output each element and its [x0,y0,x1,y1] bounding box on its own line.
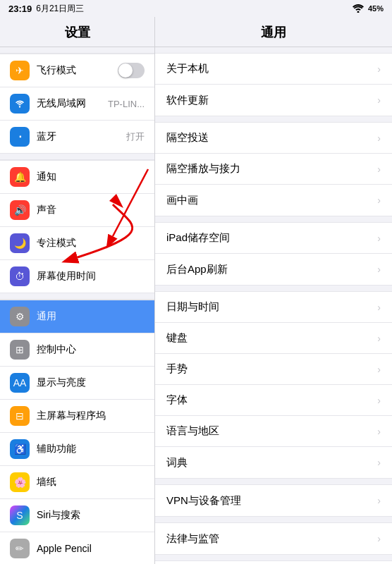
datetime-label: 日期与时间 [166,300,372,314]
sidebar-item-notify[interactable]: 🔔 通知 [0,160,154,194]
gesture-label: 手势 [166,362,372,376]
focus-icon: 🌙 [10,233,30,253]
sidebar-item-display-label: 显示与亮度 [37,376,145,389]
main-row-bg-app[interactable]: 后台App刷新 › [155,254,392,285]
legal-label: 法律与监管 [166,532,372,546]
sidebar-item-bluetooth[interactable]: ‧ 蓝牙 打开 [0,121,154,154]
sidebar-item-notify-label: 通知 [37,171,145,183]
sidebar-item-wallpaper[interactable]: 🌸 墙纸 [0,466,154,499]
main-section-storage: iPad储存空间 › 后台App刷新 › [155,222,392,286]
screen-time-icon: ⏱ [10,266,30,286]
sidebar-connectivity-group: ✈ 飞行模式 无线局域网 TP-LIN... ‧ 蓝牙 打开 [0,53,154,154]
chevron-icon: › [377,195,381,206]
main-row-about[interactable]: 关于本机 › [155,54,392,85]
sidebar-item-focus-label: 专注模式 [37,237,145,250]
sidebar-item-general-label: 通用 [37,310,145,323]
sidebar-item-wifi-label: 无线局域网 [37,97,105,110]
sidebar-item-pencil-label: Apple Pencil [37,543,145,554]
bluetooth-value: 打开 [126,130,145,143]
sidebar-item-airplane[interactable]: ✈ 飞行模式 [0,54,154,87]
sidebar-item-pencil[interactable]: ✏ Apple Pencil [0,532,154,564]
airplane-toggle[interactable] [118,63,145,78]
main-row-language[interactable]: 语言与地区 › [155,416,392,447]
sidebar-item-sound[interactable]: 🔊 声音 [0,194,154,227]
wifi-icon [353,4,364,13]
control-icon: ⊞ [10,340,30,360]
main-row-software[interactable]: 软件更新 › [155,85,392,116]
main-section-airplay: 隔空投送 › 隔空播放与接力 › 画中画 › [155,122,392,216]
chevron-icon: › [377,94,381,106]
toggle-knob [118,63,133,78]
sidebar-item-screen-time[interactable]: ⏱ 屏幕使用时间 [0,260,154,293]
pip-label: 画中画 [166,194,372,207]
wifi-sidebar-icon [10,94,30,114]
sidebar-item-home[interactable]: ⊟ 主屏幕与程序坞 [0,400,154,433]
about-label: 关于本机 [166,62,372,75]
main-section-legal: 法律与监管 › [155,522,392,555]
sidebar-item-siri-label: Siri与搜索 [37,509,145,522]
sidebar-item-siri[interactable]: S Siri与搜索 [0,499,154,532]
main-row-airplay-handoff[interactable]: 隔空播放与接力 › [155,154,392,185]
chevron-icon: › [377,133,381,144]
chevron-icon: › [377,364,381,375]
chevron-icon: › [377,395,381,406]
sidebar-prefs-group: 🔔 通知 🔊 声音 🌙 专注模式 ⏱ 屏幕使用时间 [0,159,154,293]
sidebar-item-wifi[interactable]: 无线局域网 TP-LIN... [0,87,154,121]
sidebar-item-accessibility-label: 辅助功能 [37,443,145,455]
main-row-transfer[interactable]: 传输或还原iPad › [155,561,392,564]
sidebar-item-display[interactable]: AA 显示与亮度 [0,367,154,400]
sidebar-item-screen-time-label: 屏幕使用时间 [37,270,145,283]
bg-app-label: 后台App刷新 [166,263,372,276]
sidebar-system-group: ⚙ 通用 ⊞ 控制中心 AA 显示与亮度 ⊟ 主屏幕与程序坞 ♿ 辅助功能 🌸 … [0,299,154,564]
airplane-icon: ✈ [10,61,30,80]
main-row-pip[interactable]: 画中画 › [155,185,392,216]
display-icon: AA [10,373,30,393]
main-row-datetime[interactable]: 日期与时间 › [155,292,392,323]
chevron-icon: › [377,164,381,175]
main-section-transfer: 传输或还原iPad › 关机 [155,560,392,564]
airplay-label: 隔空投送 [166,131,372,145]
sidebar-item-control-label: 控制中心 [37,343,145,356]
wallpaper-icon: 🌸 [10,472,30,492]
sidebar-item-general[interactable]: ⚙ 通用 [0,300,154,333]
sidebar-item-bluetooth-label: 蓝牙 [37,130,123,143]
status-date: 6月21日周三 [36,3,84,15]
main-row-vpn[interactable]: VPN与设备管理 › [155,485,392,516]
sidebar-title: 设置 [0,17,154,47]
sidebar-item-accessibility[interactable]: ♿ 辅助功能 [0,433,154,466]
main-section-datetime: 日期与时间 › 键盘 › 手势 › 字体 › 语言与地区 › 词典 › [155,291,392,479]
sidebar-item-wallpaper-label: 墙纸 [37,476,145,489]
status-icons: 45% [353,4,384,13]
sidebar-item-control[interactable]: ⊞ 控制中心 [0,333,154,367]
chevron-icon: › [377,264,381,275]
main-row-keyboard[interactable]: 键盘 › [155,323,392,354]
chevron-icon: › [377,233,381,244]
accessibility-icon: ♿ [10,439,30,459]
main-row-legal[interactable]: 法律与监管 › [155,523,392,554]
main-section-vpn: VPN与设备管理 › [155,484,392,517]
battery-icon: 45% [368,4,384,13]
chevron-icon: › [377,533,381,544]
main-row-airplay[interactable]: 隔空投送 › [155,123,392,154]
ipad-storage-label: iPad储存空间 [166,231,372,245]
sidebar-item-focus[interactable]: 🌙 专注模式 [0,227,154,260]
chevron-icon: › [377,457,381,468]
dictionary-label: 词典 [166,456,372,470]
main-row-dictionary[interactable]: 词典 › [155,447,392,478]
main-title: 通用 [155,17,392,47]
pencil-icon: ✏ [10,539,30,558]
chevron-icon: › [377,333,381,344]
chevron-icon: › [377,302,381,313]
wifi-value: TP-LIN... [108,99,145,109]
main-row-storage[interactable]: iPad储存空间 › [155,223,392,254]
sidebar-item-home-label: 主屏幕与程序坞 [37,410,145,422]
sidebar: 设置 ✈ 飞行模式 无线局域网 TP-LIN... ‧ 蓝牙 打开 [0,17,155,564]
sound-icon: 🔊 [10,200,30,220]
general-icon: ⚙ [10,307,30,326]
main-row-font[interactable]: 字体 › [155,385,392,416]
main-row-gesture[interactable]: 手势 › [155,354,392,385]
sidebar-item-sound-label: 声音 [37,204,145,216]
font-label: 字体 [166,393,372,407]
language-label: 语言与地区 [166,424,372,438]
sidebar-item-airplane-label: 飞行模式 [37,64,115,77]
